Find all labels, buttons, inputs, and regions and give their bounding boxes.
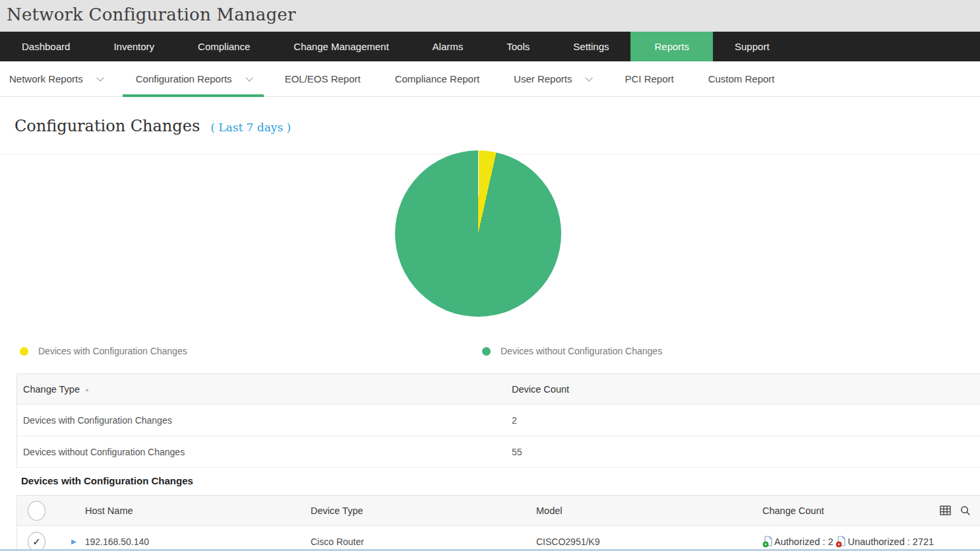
nav-item-inventory[interactable]: Inventory xyxy=(92,32,176,61)
legend-swatch-yellow xyxy=(20,347,28,356)
subnav-item-label: Network Reports xyxy=(9,73,83,84)
table-row: Devices with Configuration Changes 2 xyxy=(17,405,980,436)
device-count-cell: 55 xyxy=(512,447,980,457)
column-header-host-name[interactable]: Host Name xyxy=(69,505,294,516)
pie-chart xyxy=(395,150,561,317)
nav-item-alarms[interactable]: Alarms xyxy=(411,32,485,61)
legend-item-with-changes: Devices with Configuration Changes xyxy=(20,346,187,356)
subnav-item-label: Compliance Report xyxy=(395,73,479,84)
column-header-change-count[interactable]: Change Count xyxy=(746,505,824,516)
subnav-item-pci-report[interactable]: PCI Report xyxy=(607,61,690,96)
subnav-item-label: PCI Report xyxy=(625,73,673,84)
authorized-count: Authorized : 2 xyxy=(774,536,833,547)
legend-swatch-green xyxy=(482,347,491,356)
subnav-item-network-reports[interactable]: Network Reports xyxy=(9,61,119,96)
subnav-item-label: Custom Report xyxy=(708,73,775,84)
nav-item-dashboard[interactable]: Dashboard xyxy=(0,32,92,61)
app-window: Network Configuration Manager Dashboard … xyxy=(0,0,980,551)
column-header-device-count[interactable]: Device Count xyxy=(512,384,980,395)
nav-item-support[interactable]: Support xyxy=(713,32,791,61)
sort-asc-icon[interactable]: ▲ xyxy=(84,387,90,393)
change-type-cell: Devices with Configuration Changes xyxy=(23,415,512,426)
nav-item-tools[interactable]: Tools xyxy=(485,32,551,61)
chevron-down-icon xyxy=(96,74,104,81)
report-period: ( Last 7 days ) xyxy=(210,121,291,134)
legend-item-without-changes: Devices without Configuration Changes xyxy=(482,346,662,356)
subnav-item-custom-report[interactable]: Custom Report xyxy=(691,61,792,96)
chevron-down-icon xyxy=(586,74,593,81)
devices-table: Host Name Device Type Model Change Count xyxy=(16,495,980,551)
subnav-item-configuration-reports[interactable]: Configuration Reports xyxy=(119,61,268,96)
row-expand-caret-icon[interactable]: ▶ xyxy=(71,538,77,545)
page-title: Configuration Changes xyxy=(15,117,200,135)
subnav-item-label: User Reports xyxy=(514,73,572,84)
main-content: Configuration Changes ( Last 7 days ) De… xyxy=(0,97,980,551)
subnav-item-label: EOL/EOS Report xyxy=(285,73,361,84)
authorized-badge[interactable]: Authorized : 2 xyxy=(762,536,833,548)
model-cell: CISCO2951/K9 xyxy=(520,536,746,547)
subnav-item-label: Configuration Reports xyxy=(136,73,232,84)
row-checkbox-checked[interactable]: ✓ xyxy=(28,532,46,551)
column-chooser-icon[interactable] xyxy=(940,505,951,515)
authorized-config-icon xyxy=(762,536,773,548)
nav-item-settings[interactable]: Settings xyxy=(551,32,630,61)
devices-section-title: Devices with Configuration Changes xyxy=(21,475,193,486)
unauthorized-badge[interactable]: Unauthorized : 2721 xyxy=(836,536,934,548)
subnav-item-eol-eos-report[interactable]: EOL/EOS Report xyxy=(268,61,378,96)
nav-item-compliance[interactable]: Compliance xyxy=(176,32,272,61)
unauthorized-config-icon xyxy=(836,536,846,548)
nav-item-reports[interactable]: Reports xyxy=(630,32,713,61)
reports-subnav: Network Reports Configuration Reports EO… xyxy=(0,61,980,97)
nav-item-change-management[interactable]: Change Management xyxy=(272,32,410,61)
chevron-down-icon xyxy=(245,74,253,81)
unauthorized-count: Unauthorized : 2721 xyxy=(847,536,934,547)
app-title: Network Configuration Manager xyxy=(7,5,980,24)
column-header-model[interactable]: Model xyxy=(520,505,746,516)
subnav-item-user-reports[interactable]: User Reports xyxy=(497,61,607,96)
change-type-cell: Devices without Configuration Changes xyxy=(23,447,512,457)
legend-label: Devices without Configuration Changes xyxy=(501,346,662,356)
change-type-table: Change Type▲ Device Count Devices with C… xyxy=(16,373,980,468)
device-row: ✓ ▶ 192.168.50.140 Cisco Router CISCO295… xyxy=(17,526,980,551)
main-nav: Dashboard Inventory Compliance Change Ma… xyxy=(0,32,980,61)
topbar: Network Configuration Manager xyxy=(0,0,980,32)
select-all-checkbox[interactable] xyxy=(28,501,46,521)
page-head: Configuration Changes ( Last 7 days ) xyxy=(15,117,291,135)
change-type-table-header: Change Type▲ Device Count xyxy=(17,373,980,405)
device-count-cell: 2 xyxy=(512,415,980,426)
table-row: Devices without Configuration Changes 55 xyxy=(17,436,980,468)
legend-label: Devices with Configuration Changes xyxy=(38,346,187,356)
column-header-change-type[interactable]: Change Type▲ xyxy=(23,384,512,395)
device-type-cell: Cisco Router xyxy=(294,536,520,547)
devices-table-header: Host Name Device Type Model Change Count xyxy=(17,495,980,526)
host-name-cell[interactable]: 192.168.50.140 xyxy=(85,536,149,547)
column-header-device-type[interactable]: Device Type xyxy=(294,505,520,516)
subnav-item-compliance-report[interactable]: Compliance Report xyxy=(378,61,497,96)
search-icon[interactable] xyxy=(960,505,971,516)
